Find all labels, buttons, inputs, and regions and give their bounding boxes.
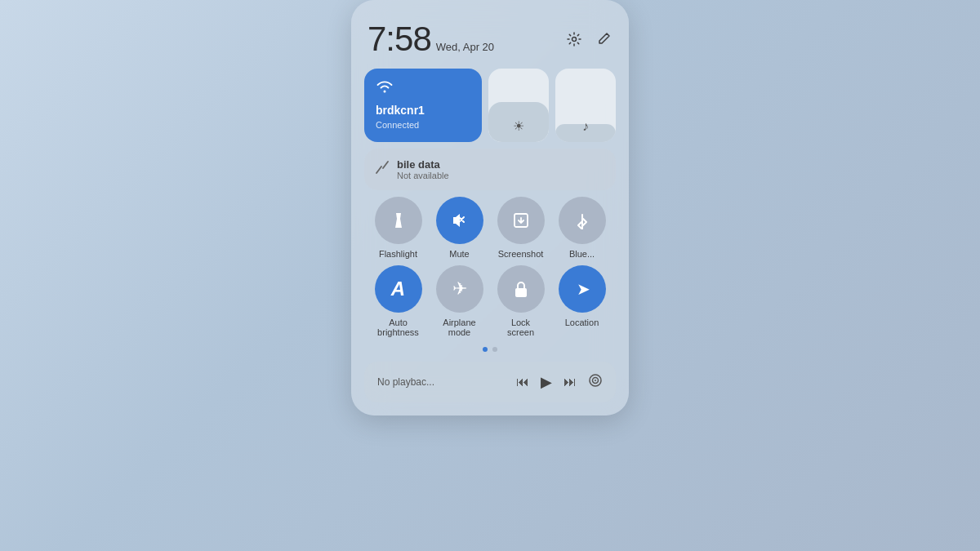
wifi-icon xyxy=(376,80,470,97)
mute-button[interactable]: Mute xyxy=(436,197,483,259)
bluetooth-button[interactable]: Blue... xyxy=(559,197,606,259)
lock-circle xyxy=(497,265,545,313)
date-display: Wed, Apr 20 xyxy=(436,41,494,53)
phone-frame: 7:58 Wed, Apr 20 xyxy=(331,0,649,551)
wifi-tile[interactable]: brdkcnr1 Connected xyxy=(364,69,482,142)
mute-label: Mute xyxy=(449,249,469,259)
bluetooth-label: Blue... xyxy=(569,249,595,259)
location-label: Location xyxy=(565,318,599,327)
svg-rect-2 xyxy=(515,288,527,297)
settings-icon[interactable] xyxy=(565,30,583,48)
mobile-data-text: bile data Not available xyxy=(397,158,449,180)
dot-1 xyxy=(483,347,488,352)
svg-point-0 xyxy=(572,38,577,42)
media-text: No playbac... xyxy=(377,376,506,388)
screenshot-button[interactable]: Screenshot xyxy=(497,197,545,259)
edit-icon[interactable] xyxy=(595,30,612,48)
mobile-data-name: bile data xyxy=(397,158,449,171)
lock-screen-button[interactable]: Lock screen xyxy=(497,265,545,337)
svg-point-5 xyxy=(595,380,596,381)
prev-button[interactable]: ⏮ xyxy=(516,375,529,389)
wifi-status: Connected xyxy=(376,120,470,130)
clock-time: 7:58 xyxy=(368,20,431,59)
status-icons xyxy=(565,30,612,48)
media-player: No playbac... ⏮ ▶ ⏭ xyxy=(364,362,616,402)
time-area: 7:58 Wed, Apr 20 xyxy=(368,20,494,59)
airplane-mode-button[interactable]: ✈ Airplane mode xyxy=(436,265,483,337)
flashlight-label: Flashlight xyxy=(379,249,417,259)
airplane-circle: ✈ xyxy=(436,265,483,313)
location-circle: ➤ xyxy=(559,265,606,313)
top-tiles: brdkcnr1 Connected ☀ ♪ xyxy=(364,69,616,142)
location-button[interactable]: ➤ Location xyxy=(559,265,606,337)
brightness-icon: ☀ xyxy=(513,118,524,134)
flashlight-button[interactable]: Flashlight xyxy=(375,197,422,259)
quick-buttons-row2: A Auto brightness ✈ Airplane mode Lock s… xyxy=(364,265,616,337)
mobile-data-status: Not available xyxy=(397,171,449,180)
screenshot-circle xyxy=(497,197,545,244)
next-button[interactable]: ⏭ xyxy=(564,375,577,389)
play-button[interactable]: ▶ xyxy=(541,373,552,391)
auto-brightness-circle: A xyxy=(375,265,422,313)
quick-buttons-row1: Flashlight Mute Screen xyxy=(364,197,616,259)
lock-screen-label: Lock screen xyxy=(507,318,534,337)
brightness-slider-tile[interactable]: ☀ xyxy=(488,69,549,142)
mobile-data-tile[interactable]: bile data Not available xyxy=(364,149,616,190)
volume-slider-tile[interactable]: ♪ xyxy=(555,69,616,142)
mobile-data-icon xyxy=(376,160,389,179)
media-controls: ⏮ ▶ ⏭ xyxy=(516,373,603,391)
auto-brightness-button[interactable]: A Auto brightness xyxy=(375,265,422,337)
bluetooth-circle xyxy=(559,197,606,244)
page-dots xyxy=(364,347,616,352)
flashlight-circle xyxy=(375,197,422,244)
volume-icon: ♪ xyxy=(582,119,589,134)
control-center: 7:58 Wed, Apr 20 xyxy=(351,0,629,415)
status-bar: 7:58 Wed, Apr 20 xyxy=(364,13,616,69)
mute-circle xyxy=(436,197,483,244)
auto-brightness-label: Auto brightness xyxy=(377,318,419,337)
airplane-label: Airplane mode xyxy=(443,318,475,337)
cast-button[interactable] xyxy=(588,373,603,391)
wifi-name: brdkcnr1 xyxy=(376,104,470,117)
screenshot-label: Screenshot xyxy=(498,249,544,259)
dot-2 xyxy=(492,347,497,352)
